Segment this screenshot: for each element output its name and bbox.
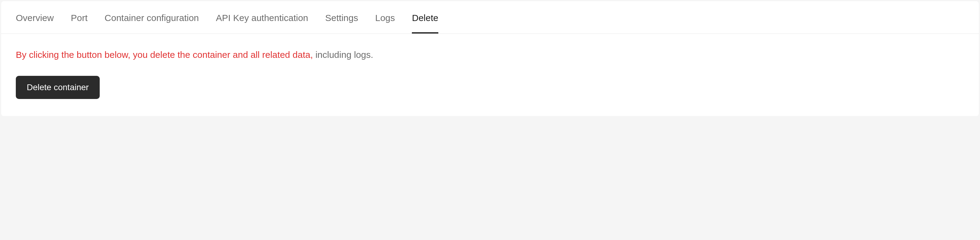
tab-overview[interactable]: Overview [16,13,54,34]
container-panel: Overview Port Container configuration AP… [1,1,979,116]
tab-port[interactable]: Port [71,13,88,34]
delete-warning-danger: By clicking the button below, you delete… [16,50,313,60]
tab-api-key-authentication[interactable]: API Key authentication [216,13,308,34]
delete-warning-text: By clicking the button below, you delete… [16,48,964,61]
tab-logs[interactable]: Logs [375,13,395,34]
tab-settings[interactable]: Settings [325,13,358,34]
delete-container-button[interactable]: Delete container [16,76,100,99]
tab-bar: Overview Port Container configuration AP… [1,1,979,34]
delete-warning-muted: including logs. [313,50,373,60]
tab-delete[interactable]: Delete [412,13,438,34]
tab-content: By clicking the button below, you delete… [1,34,979,116]
tab-container-configuration[interactable]: Container configuration [105,13,199,34]
